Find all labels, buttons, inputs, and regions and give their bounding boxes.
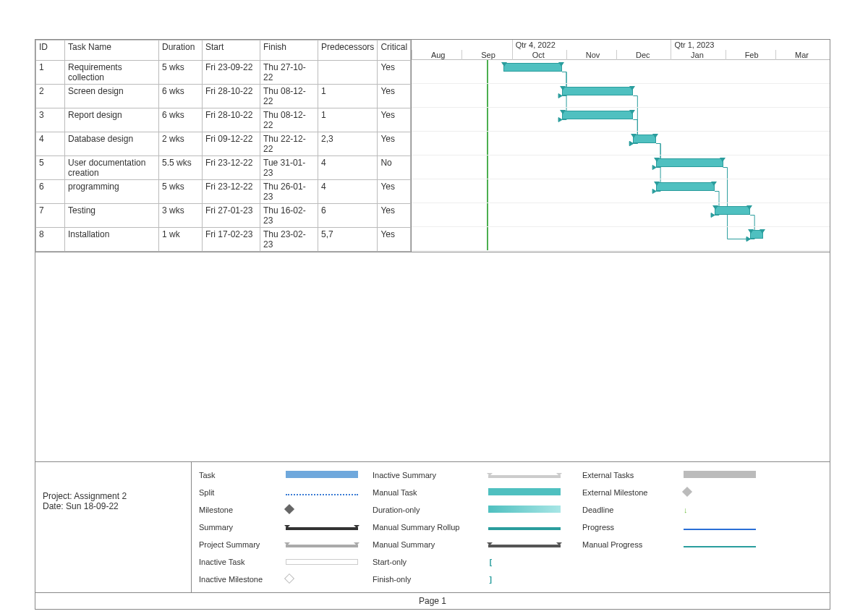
legend-label: Split (199, 488, 278, 497)
gantt-row (412, 132, 830, 155)
gantt-row (412, 155, 830, 179)
gantt-bar[interactable] (656, 158, 723, 167)
cell-id: 1 (36, 61, 65, 85)
task-row[interactable]: 6programming5 wksFri 23-12-22Thu 26-01-2… (36, 180, 411, 204)
col-duration: Duration (159, 40, 203, 61)
cell-finish: Thu 26-01-23 (260, 180, 318, 204)
gantt-bar[interactable] (715, 206, 750, 215)
legend-label: Start-only (373, 558, 481, 566)
task-table-header: ID Task Name Duration Start Finish Prede… (36, 40, 411, 61)
project-name: Project: Assignment 2 (43, 491, 184, 501)
cell-start: Fri 28-10-22 (203, 108, 260, 132)
legend-swatch (286, 575, 365, 584)
task-table: ID Task Name Duration Start Finish Prede… (35, 40, 411, 252)
gantt-bar[interactable] (562, 111, 633, 119)
legend-swatch (488, 523, 575, 532)
cell-critical: Yes (378, 85, 411, 108)
legend-swatch (286, 506, 365, 514)
legend-swatch (286, 471, 365, 479)
timescale-month: Aug (412, 50, 464, 60)
legend-label: Inactive Summary (373, 471, 481, 479)
legend-swatch (286, 523, 365, 532)
timescale-month: Oct (512, 50, 564, 60)
cell-id: 6 (36, 180, 65, 204)
cell-duration: 2 wks (159, 132, 203, 156)
cell-critical: Yes (378, 228, 411, 252)
cell-name: Testing (65, 204, 159, 228)
legend-swatch (286, 488, 365, 497)
cell-critical: No (378, 156, 411, 180)
cell-start: Fri 17-02-23 (203, 228, 260, 252)
cell-duration: 1 wk (159, 228, 203, 252)
cell-start: Fri 09-12-22 (203, 132, 260, 156)
legend-swatch (488, 540, 575, 549)
cell-finish: Thu 08-12-22 (260, 108, 318, 132)
task-row[interactable]: 2Screen design6 wksFri 28-10-22Thu 08-12… (36, 85, 411, 108)
cell-finish: Thu 27-10-22 (260, 61, 318, 85)
task-row[interactable]: 8Installation1 wkFri 17-02-23Thu 23-02-2… (36, 228, 411, 252)
cell-pred: 2,3 (318, 132, 378, 156)
cell-finish: Thu 16-02-23 (260, 204, 318, 228)
gantt-row (412, 227, 830, 251)
task-row[interactable]: 3Report design6 wksFri 28-10-22Thu 08-12… (36, 108, 411, 132)
legend-grid: TaskInactive SummaryExternal TasksSplitM… (192, 462, 830, 592)
cell-pred: 1 (318, 108, 378, 132)
legend-label: Manual Summary (373, 540, 481, 549)
timescale-month: Mar (775, 50, 827, 60)
gantt-row (412, 60, 830, 84)
cell-id: 3 (36, 108, 65, 132)
legend-label: Task (199, 471, 278, 479)
gantt-row (412, 203, 830, 227)
legend-swatch (684, 488, 770, 497)
cell-pred: 4 (318, 156, 378, 180)
cell-finish: Thu 08-12-22 (260, 85, 318, 108)
project-date: Date: Sun 18-09-22 (43, 501, 184, 511)
task-row[interactable]: 5User documentation creation5.5 wksFri 2… (36, 156, 411, 180)
legend-swatch (286, 540, 365, 549)
legend-swatch: [ (488, 558, 575, 566)
cell-finish: Tue 31-01-23 (260, 156, 318, 180)
cell-start: Fri 23-09-22 (203, 61, 260, 85)
gantt-timescale: Qtr 4, 2022Qtr 1, 2023AugSepOctNovDecJan… (412, 40, 830, 60)
legend-swatch: ↓ (684, 506, 770, 514)
cell-name: Requirements collection (65, 61, 159, 85)
gantt-bar[interactable] (750, 230, 762, 239)
gantt-row (412, 108, 830, 132)
cell-name: Database design (65, 132, 159, 156)
legend-label: Manual Summary Rollup (373, 523, 481, 532)
timescale-quarter: Qtr 4, 2022 (512, 40, 671, 50)
cell-start: Fri 27-01-23 (203, 204, 260, 228)
legend-label: External Tasks (582, 471, 676, 479)
legend-swatch (684, 540, 770, 549)
task-row[interactable]: 7Testing3 wksFri 27-01-23Thu 16-02-236Ye… (36, 204, 411, 228)
legend-label: Manual Progress (582, 540, 676, 549)
gantt-bar[interactable] (503, 63, 562, 72)
cell-id: 2 (36, 85, 65, 108)
task-row[interactable]: 4Database design2 wksFri 09-12-22Thu 22-… (36, 132, 411, 156)
blank-area (35, 252, 830, 462)
gantt-bar[interactable] (656, 182, 715, 191)
cell-pred (318, 61, 378, 85)
cell-critical: Yes (378, 204, 411, 228)
cell-duration: 5.5 wks (159, 156, 203, 180)
cell-finish: Thu 23-02-23 (260, 228, 318, 252)
legend-label: External Milestone (582, 488, 676, 497)
cell-pred: 1 (318, 85, 378, 108)
top-section: ID Task Name Duration Start Finish Prede… (35, 40, 830, 252)
cell-duration: 6 wks (159, 85, 203, 108)
cell-duration: 5 wks (159, 180, 203, 204)
legend-label: Summary (199, 523, 278, 532)
gantt-bar[interactable] (562, 87, 633, 95)
cell-critical: Yes (378, 61, 411, 85)
cell-pred: 4 (318, 180, 378, 204)
legend-swatch (488, 471, 575, 479)
task-row[interactable]: 1Requirements collection5 wksFri 23-09-2… (36, 61, 411, 85)
gantt-row (412, 179, 830, 203)
legend-label: Progress (582, 523, 676, 532)
col-finish: Finish (260, 40, 318, 61)
project-page: ID Task Name Duration Start Finish Prede… (35, 39, 830, 610)
gantt-bar[interactable] (633, 135, 656, 143)
cell-start: Fri 28-10-22 (203, 85, 260, 108)
cell-duration: 6 wks (159, 108, 203, 132)
cell-name: Screen design (65, 85, 159, 108)
